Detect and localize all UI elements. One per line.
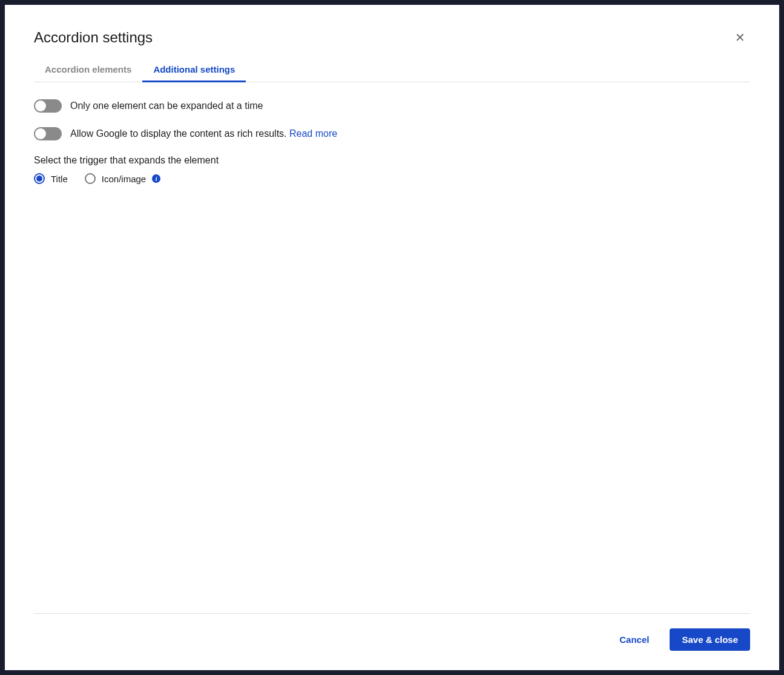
- trigger-section-label: Select the trigger that expands the elem…: [34, 155, 750, 166]
- radio-option-icon[interactable]: Icon/image i: [85, 173, 160, 184]
- toggle-knob: [35, 100, 46, 111]
- radio-icon-input[interactable]: [85, 173, 96, 184]
- radio-icon-label: Icon/image: [102, 174, 146, 184]
- read-more-link[interactable]: Read more: [289, 128, 337, 139]
- close-button[interactable]: ✕: [730, 29, 750, 46]
- tab-additional-settings[interactable]: Additional settings: [142, 58, 246, 82]
- close-icon: ✕: [735, 31, 745, 44]
- tab-accordion-elements[interactable]: Accordion elements: [34, 58, 142, 82]
- cancel-button[interactable]: Cancel: [608, 628, 660, 651]
- toggle-knob: [35, 128, 46, 139]
- radio-title-label: Title: [51, 174, 68, 184]
- google-rich-toggle[interactable]: [34, 127, 62, 140]
- radio-option-title[interactable]: Title: [34, 173, 68, 184]
- radio-title-input[interactable]: [34, 173, 45, 184]
- settings-modal: Accordion settings ✕ Accordion elements …: [5, 5, 779, 670]
- save-button[interactable]: Save & close: [670, 628, 750, 651]
- tab-bar: Accordion elements Additional settings: [34, 58, 750, 82]
- expand-one-toggle[interactable]: [34, 99, 62, 113]
- expand-one-label: Only one element can be expanded at a ti…: [70, 100, 263, 111]
- google-rich-label: Allow Google to display the content as r…: [70, 128, 337, 139]
- modal-title: Accordion settings: [34, 29, 153, 46]
- info-icon[interactable]: i: [152, 174, 160, 183]
